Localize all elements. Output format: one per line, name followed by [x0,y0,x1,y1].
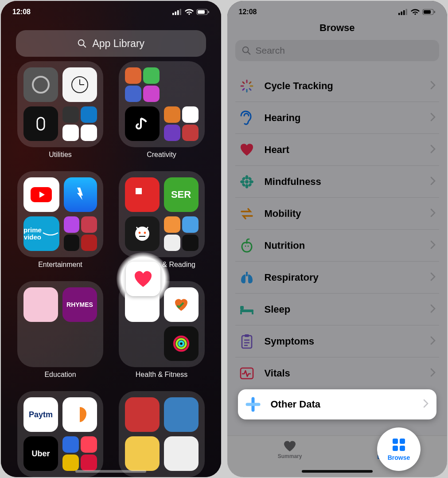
svg-line-34 [249,89,251,90]
category-mindfulness[interactable]: Mindfulness [235,166,440,198]
category-symptoms[interactable]: Symptoms [235,325,440,357]
folder-label: Education [44,371,76,379]
svg-point-17 [138,232,140,234]
grid-icon [391,437,406,452]
mindfulness-icon [238,173,256,191]
svg-point-46 [242,183,246,187]
svg-rect-6 [208,11,209,13]
svg-rect-28 [434,11,436,13]
svg-point-45 [248,176,252,181]
svg-rect-27 [424,10,431,14]
heart-filled-icon [283,440,296,452]
svg-rect-55 [245,334,249,337]
category-hearing[interactable]: Hearing [235,102,440,134]
svg-line-32 [249,82,251,83]
search-placeholder: Search [256,45,285,56]
search-input[interactable]: Search [235,40,440,61]
category-label: Sleep [265,304,422,315]
lungs-icon [238,269,256,286]
chevron-right-icon [430,368,436,379]
search-icon [242,46,251,55]
category-label: Hearing [265,112,422,124]
chevron-right-icon [430,304,436,315]
folder-entertainment[interactable]: primevideo Entertainment [16,171,105,269]
category-label: Heart [265,144,422,156]
svg-rect-2 [177,10,179,15]
svg-point-42 [240,180,245,183]
clipboard-icon [238,333,256,350]
svg-rect-54 [242,336,252,348]
highlight-tab-browse[interactable]: Browse [377,427,421,471]
category-respiratory[interactable]: Respiratory [235,262,440,294]
home-indicator[interactable] [75,470,146,473]
category-vitals[interactable]: Vitals [235,357,440,389]
category-label: Vitals [265,368,422,379]
status-bar: 12:08 [227,1,448,23]
home-indicator[interactable] [302,470,373,473]
svg-rect-69 [400,446,405,451]
health-browse-screen: 12:08 Browse Search Cycle Tracking Heari… [227,1,448,477]
battery-icon [422,9,436,15]
cellular-icon [398,9,408,15]
highlight-health-app[interactable] [117,252,170,306]
svg-point-44 [242,176,246,181]
chevron-right-icon [430,240,436,251]
svg-rect-1 [175,12,176,15]
wifi-icon [411,9,420,15]
svg-point-18 [144,232,146,234]
chevron-right-icon [423,399,429,410]
app-library-search[interactable]: App Library [16,30,206,57]
category-label: Cycle Tracking [265,80,422,92]
folder-utilities[interactable]: Utilities [16,61,105,159]
svg-rect-66 [393,439,398,444]
category-other-data[interactable]: Other Data [238,389,437,419]
category-nutrition[interactable]: Nutrition [235,230,440,262]
chevron-right-icon [430,336,436,347]
category-mobility[interactable]: Mobility [235,198,440,230]
apple-icon [238,237,256,255]
svg-rect-13 [37,118,44,130]
svg-point-47 [248,183,252,187]
chevron-right-icon [430,145,436,155]
folder-games[interactable]: Games [117,391,206,477]
category-label: Mobility [265,208,422,219]
folder-lifestyle[interactable]: Paytm Uber Lifestyle [16,391,105,477]
cycle-icon [238,77,256,95]
svg-line-30 [248,52,250,54]
svg-rect-68 [393,446,398,451]
page-title: Browse [227,22,448,34]
folder-creativity[interactable]: Creativity [117,61,206,159]
folder-label: Entertainment [38,261,82,269]
search-placeholder: App Library [92,38,144,50]
tab-label: Browse [388,454,410,461]
svg-point-40 [245,175,248,180]
svg-line-38 [243,82,244,83]
status-time: 12:08 [239,8,257,16]
chevron-right-icon [430,272,436,283]
svg-rect-5 [198,10,205,14]
wifi-icon [185,9,194,15]
svg-rect-50 [240,310,253,312]
svg-rect-51 [240,306,244,310]
folder-reference-reading[interactable]: SER Reference & Reading [117,171,206,269]
svg-point-20 [176,339,186,349]
tab-summary[interactable]: Summary [278,440,302,459]
svg-line-36 [243,89,244,90]
svg-rect-3 [179,9,181,15]
svg-point-49 [247,245,249,247]
bed-icon [238,301,256,318]
browse-category-list: Cycle Tracking Hearing Heart Mindfulness [235,70,440,433]
health-app-icon [126,262,160,296]
category-heart[interactable]: Heart [235,134,440,166]
folder-education[interactable]: RHYMES Education [16,281,105,379]
category-label: Mindfulness [265,176,422,188]
category-cycle-tracking[interactable]: Cycle Tracking [235,70,440,102]
status-bar: 12:08 [1,1,221,23]
home-screen-app-library: 12:08 App Library [1,1,221,477]
search-icon [77,39,87,48]
heart-icon [238,141,256,159]
vitals-icon [238,364,256,382]
svg-rect-67 [400,439,405,444]
chevron-right-icon [430,176,436,187]
category-sleep[interactable]: Sleep [235,294,440,325]
